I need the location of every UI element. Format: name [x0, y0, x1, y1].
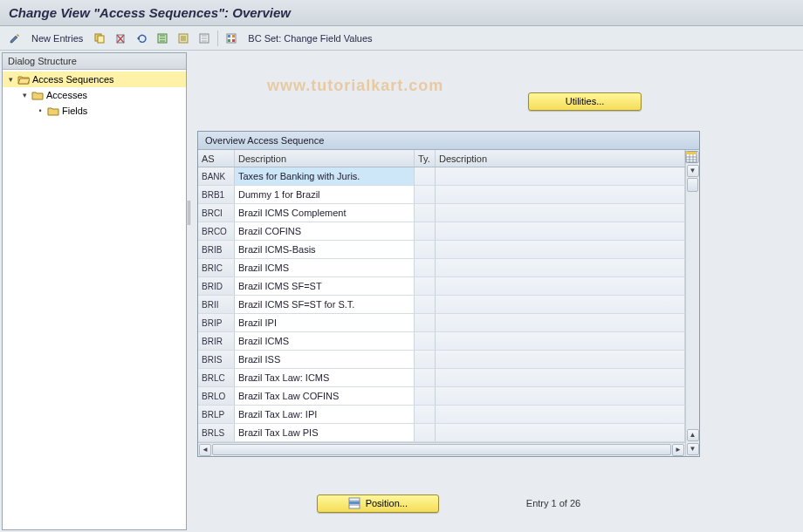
cell-description[interactable]: Brazil ICMS	[235, 332, 415, 350]
table-settings-icon[interactable]	[685, 151, 697, 163]
column-header-type[interactable]: Ty.	[415, 150, 436, 167]
cell-description[interactable]: Brazil ICMS SF=ST	[235, 277, 415, 295]
table-row[interactable]: BRLSBrazil Tax Law PIS	[198, 424, 685, 442]
h-scroll-track[interactable]	[212, 443, 671, 456]
cell-as[interactable]: BRIR	[198, 332, 235, 350]
position-button[interactable]: Position...	[317, 494, 439, 513]
table-row[interactable]: BRLCBrazil Tax Law: ICMS	[198, 369, 685, 387]
cell-as[interactable]: BRIP	[198, 314, 235, 331]
cell-type[interactable]	[415, 296, 436, 313]
cell-description-2[interactable]	[436, 332, 685, 350]
table-row[interactable]: BRIBBrazil ICMS-Basis	[198, 241, 685, 259]
cell-description-2[interactable]	[436, 277, 685, 295]
horizontal-scrollbar[interactable]: ◄ ►	[198, 442, 685, 456]
delete-icon[interactable]	[113, 31, 128, 46]
cell-as[interactable]: BRLS	[198, 424, 235, 441]
cell-type[interactable]	[415, 222, 436, 240]
cell-description-2[interactable]	[436, 351, 685, 368]
cell-description[interactable]: Brazil ICMS	[235, 259, 415, 276]
table-row[interactable]: BRIDBrazil ICMS SF=ST	[198, 277, 685, 296]
deselect-all-icon[interactable]	[196, 31, 212, 46]
table-row[interactable]: BRCIBrazil ICMS Complement	[198, 204, 685, 222]
table-row[interactable]: BRLPBrazil Tax Law: IPI	[198, 406, 685, 424]
cell-description-2[interactable]	[436, 241, 685, 258]
cell-description[interactable]: Brazil Tax Law PIS	[235, 424, 415, 441]
tree-node-accesses[interactable]: ▾ Accesses	[3, 87, 186, 103]
scroll-down-page-icon[interactable]: ▼	[687, 443, 699, 455]
configure-icon[interactable]	[223, 31, 239, 46]
cell-as[interactable]: BRCO	[198, 222, 235, 240]
column-header-description[interactable]: Description	[235, 150, 415, 167]
cell-description[interactable]: Brazil ISS	[235, 351, 415, 368]
scroll-up-page-icon[interactable]: ▲	[687, 429, 699, 441]
cell-as[interactable]: BRIS	[198, 351, 235, 368]
cell-description-2[interactable]	[436, 387, 685, 405]
tree-node-fields[interactable]: • Fields	[3, 103, 186, 119]
column-header-as[interactable]: AS	[198, 150, 235, 167]
table-row[interactable]: BRLOBrazil Tax Law COFINS	[198, 387, 685, 406]
cell-as[interactable]: BRIB	[198, 241, 235, 258]
cell-description[interactable]: Brazil Tax Law: ICMS	[235, 369, 415, 386]
expand-collapse-icon[interactable]: ▾	[20, 91, 29, 99]
select-all-icon[interactable]	[154, 31, 170, 46]
cell-description-2[interactable]	[436, 406, 685, 423]
cell-type[interactable]	[415, 406, 436, 423]
cell-type[interactable]	[415, 387, 436, 405]
cell-description[interactable]: Taxes for Banking with Juris.	[235, 167, 415, 185]
table-row[interactable]: BRICBrazil ICMS	[198, 259, 685, 277]
cell-description[interactable]: Brazil COFINS	[235, 222, 415, 240]
cell-description[interactable]: Brazil Tax Law COFINS	[235, 387, 415, 405]
cell-description-2[interactable]	[436, 167, 685, 185]
undo-icon[interactable]	[134, 31, 149, 46]
cell-description-2[interactable]	[436, 296, 685, 313]
table-row[interactable]: BRIRBrazil ICMS	[198, 332, 685, 351]
cell-type[interactable]	[415, 204, 436, 222]
table-row[interactable]: BRIIBrazil ICMS SF=ST for S.T.	[198, 296, 685, 314]
cell-as[interactable]: BRIC	[198, 259, 235, 276]
expand-collapse-icon[interactable]: ▾	[6, 75, 15, 84]
cell-description-2[interactable]	[436, 222, 685, 240]
cell-type[interactable]	[415, 369, 436, 386]
table-row[interactable]: BRB1Dummy 1 for Brazil	[198, 186, 685, 204]
cell-description-2[interactable]	[436, 186, 685, 203]
scroll-right-icon[interactable]: ►	[672, 444, 684, 456]
cell-as[interactable]: BRB1	[198, 186, 235, 203]
table-row[interactable]: BANKTaxes for Banking with Juris.	[198, 167, 685, 186]
table-row[interactable]: BRCOBrazil COFINS	[198, 222, 685, 241]
cell-as[interactable]: BRID	[198, 277, 235, 295]
cell-as[interactable]: BRLO	[198, 387, 235, 405]
cell-type[interactable]	[415, 186, 436, 203]
cell-type[interactable]	[415, 241, 436, 258]
cell-as[interactable]: BRLC	[198, 369, 235, 386]
splitter-handle[interactable]	[187, 201, 192, 225]
cell-description[interactable]: Brazil Tax Law: IPI	[235, 406, 415, 423]
cell-description[interactable]: Brazil ICMS-Basis	[235, 241, 415, 258]
cell-description-2[interactable]	[436, 369, 685, 386]
new-entries-button[interactable]: New Entries	[28, 31, 86, 45]
v-scroll-track[interactable]	[686, 178, 699, 428]
cell-type[interactable]	[415, 332, 436, 350]
cell-as[interactable]: BANK	[198, 167, 235, 185]
cell-description-2[interactable]	[436, 314, 685, 331]
table-row[interactable]: BRIPBrazil IPI	[198, 314, 685, 332]
cell-description[interactable]: Brazil ICMS Complement	[235, 204, 415, 222]
scroll-down-icon[interactable]: ▼	[687, 165, 699, 177]
scroll-left-icon[interactable]: ◄	[199, 444, 211, 456]
cell-as[interactable]: BRCI	[198, 204, 235, 222]
h-scroll-thumb[interactable]	[212, 444, 671, 455]
select-block-icon[interactable]	[175, 31, 191, 46]
toggle-change-icon[interactable]	[7, 31, 23, 46]
copy-icon[interactable]	[92, 31, 107, 46]
cell-description-2[interactable]	[436, 424, 685, 441]
cell-as[interactable]: BRLP	[198, 406, 235, 423]
cell-description[interactable]: Brazil IPI	[235, 314, 415, 331]
cell-type[interactable]	[415, 314, 436, 331]
cell-description[interactable]: Dummy 1 for Brazil	[235, 186, 415, 203]
cell-as[interactable]: BRII	[198, 296, 235, 313]
cell-type[interactable]	[415, 167, 436, 185]
cell-type[interactable]	[415, 424, 436, 441]
column-header-description-2[interactable]: Description	[436, 150, 685, 167]
utilities-button[interactable]: Utilities...	[528, 92, 642, 111]
bc-set-button[interactable]: BC Set: Change Field Values	[244, 31, 375, 45]
cell-description-2[interactable]	[436, 204, 685, 222]
